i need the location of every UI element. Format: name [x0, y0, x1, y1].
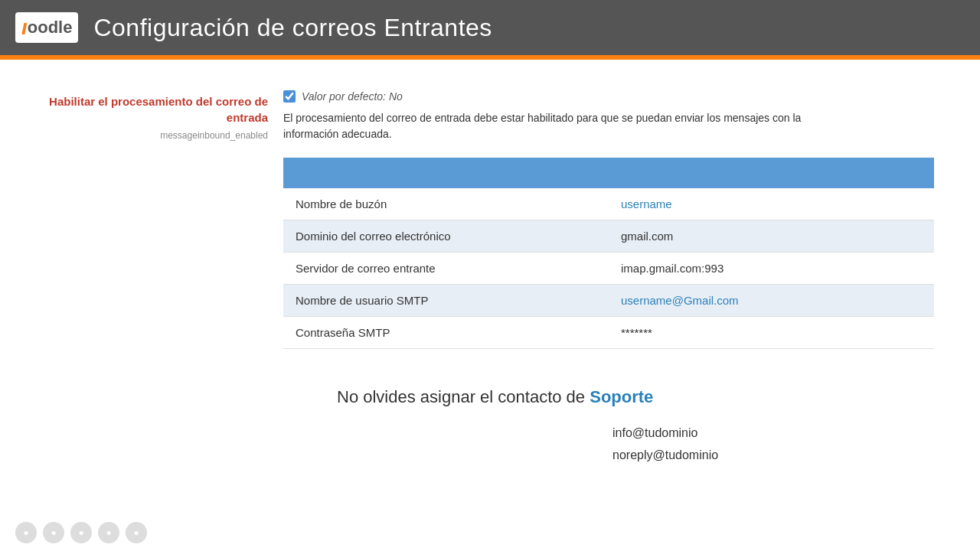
bottom-icons: ● ● ● ● ●	[15, 522, 147, 543]
table-row: Nombre de usuario SMTPusername@Gmail.com	[283, 285, 934, 317]
description-text: El procesamiento del correo de entrada d…	[283, 110, 850, 142]
support-email-1: info@tudominio	[612, 422, 934, 445]
col2-header	[609, 158, 934, 188]
bottom-icon-5: ●	[126, 522, 147, 543]
table-cell-label: Servidor de correo entrante	[283, 253, 609, 285]
table-row: Nombre de buzónusername	[283, 188, 934, 220]
logo-m-letter: ı	[21, 15, 28, 40]
table-cell-label: Nombre de usuario SMTP	[283, 285, 609, 317]
config-table: Nombre de buzónusernameDominio del corre…	[283, 158, 934, 349]
support-text: No olvides asignar el contacto de Soport…	[337, 387, 934, 407]
main-content: Habilitar el procesamiento del correo de…	[0, 60, 980, 497]
table-row: Servidor de correo entranteimap.gmail.co…	[283, 253, 934, 285]
bottom-icon-4: ●	[98, 522, 119, 543]
checkbox-row: Valor por defecto: No	[283, 90, 934, 103]
logo-box: ıoodle	[15, 12, 78, 43]
table-cell-value[interactable]: username@Gmail.com	[609, 285, 934, 317]
page-title: Configuración de correos Entrantes	[93, 14, 492, 42]
table-cell-value[interactable]: username	[609, 188, 934, 220]
header: ıoodle Configuración de correos Entrante…	[0, 0, 980, 55]
bottom-icon-2: ●	[43, 522, 64, 543]
support-emails: info@tudominio noreply@tudominio	[612, 422, 934, 467]
table-row: Contraseña SMTP*******	[283, 317, 934, 349]
bottom-icon-3: ●	[70, 522, 92, 543]
table-cell-label: Dominio del correo electrónico	[283, 220, 609, 253]
table-cell-link[interactable]: username@Gmail.com	[621, 294, 739, 307]
col1-header	[283, 158, 609, 188]
table-cell-label: Nombre de buzón	[283, 188, 609, 220]
logo-oodle-text: oodle	[28, 18, 73, 37]
table-body: Nombre de buzónusernameDominio del corre…	[283, 188, 934, 349]
table-cell-value: gmail.com	[609, 220, 934, 253]
enable-checkbox[interactable]	[283, 90, 296, 103]
table-cell-link[interactable]: username	[621, 197, 672, 210]
logo-container: ıoodle	[15, 12, 78, 43]
settings-value: Valor por defecto: No El procesamiento d…	[283, 90, 934, 349]
support-highlight: Soporte	[590, 387, 653, 406]
settings-row: Habilitar el procesamiento del correo de…	[46, 90, 934, 349]
settings-label: Habilitar el procesamiento del correo de…	[46, 90, 283, 141]
table-header-row	[283, 158, 934, 188]
default-label: Valor por defecto: No	[302, 90, 403, 103]
bottom-icon-1: ●	[15, 522, 37, 543]
support-text-before: No olvides asignar el contacto de	[337, 387, 585, 406]
table-cell-label: Contraseña SMTP	[283, 317, 609, 349]
settings-label-sub: messageinbound_enabled	[46, 130, 268, 141]
table-row: Dominio del correo electrónicogmail.com	[283, 220, 934, 253]
table-cell-value: *******	[609, 317, 934, 349]
settings-label-title: Habilitar el procesamiento del correo de…	[46, 93, 268, 126]
table-cell-value: imap.gmail.com:993	[609, 253, 934, 285]
support-email-2: noreply@tudominio	[612, 445, 934, 467]
support-section: No olvides asignar el contacto de Soport…	[337, 387, 934, 467]
